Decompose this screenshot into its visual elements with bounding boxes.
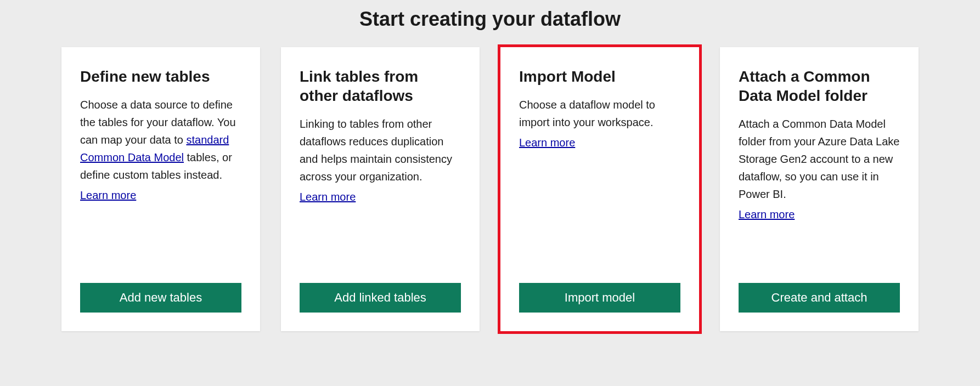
learn-more-link[interactable]: Learn more	[80, 189, 136, 202]
card-description: Attach a Common Data Model folder from y…	[739, 115, 900, 203]
card-title: Link tables from other dataflows	[300, 67, 461, 105]
card-description: Choose a data source to define the table…	[80, 96, 241, 184]
learn-more-link[interactable]: Learn more	[519, 137, 575, 149]
card-link-tables: Link tables from other dataflows Linking…	[281, 47, 480, 331]
cards-container: Define new tables Choose a data source t…	[0, 36, 980, 342]
create-and-attach-button[interactable]: Create and attach	[739, 283, 900, 313]
card-description: Linking to tables from other dataflows r…	[300, 115, 461, 185]
learn-more-link[interactable]: Learn more	[300, 191, 356, 203]
card-title: Import Model	[519, 67, 680, 86]
import-model-button[interactable]: Import model	[519, 283, 680, 313]
card-title: Attach a Common Data Model folder	[739, 67, 900, 105]
learn-more-link[interactable]: Learn more	[739, 208, 795, 221]
card-define-new-tables: Define new tables Choose a data source t…	[61, 47, 260, 331]
card-description: Choose a dataflow model to import into y…	[519, 96, 680, 131]
add-new-tables-button[interactable]: Add new tables	[80, 283, 241, 313]
card-attach-cdm-folder: Attach a Common Data Model folder Attach…	[720, 47, 919, 331]
add-linked-tables-button[interactable]: Add linked tables	[300, 283, 461, 313]
page-title: Start creating your dataflow	[0, 0, 980, 36]
card-title: Define new tables	[80, 67, 241, 86]
card-import-model: Import Model Choose a dataflow model to …	[500, 47, 699, 331]
